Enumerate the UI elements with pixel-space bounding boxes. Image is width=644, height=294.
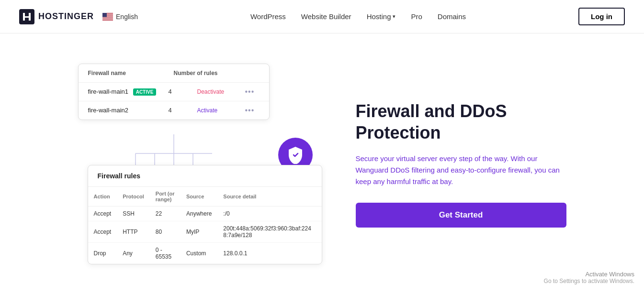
navbar: HOSTINGER English WordPress Website Buil… <box>0 0 644 33</box>
get-started-button[interactable]: Get Started <box>356 203 566 228</box>
wordpress-link[interactable]: WordPress <box>250 12 286 21</box>
shield-icon <box>287 146 304 164</box>
nav-left: HOSTINGER English <box>19 9 138 24</box>
language-selector[interactable]: English <box>102 13 138 21</box>
website-builder-link[interactable]: Website Builder <box>301 12 351 21</box>
left-illustration: Firewall name Number of rules fire-wall-… <box>78 64 327 264</box>
logo-text: HOSTINGER <box>38 11 94 22</box>
rule1-action: Accept <box>88 206 117 221</box>
watermark-subtitle: Go to Settings to activate Windows. <box>544 278 634 284</box>
rule1-protocol: SSH <box>117 206 150 221</box>
row2-menu-icon[interactable]: ••• <box>245 106 260 115</box>
rule2-port: 80 <box>150 221 181 242</box>
activate-button[interactable]: Activate <box>197 107 245 114</box>
logo-icon <box>19 9 34 24</box>
domains-link[interactable]: Domains <box>438 12 466 21</box>
fw-count-2: 4 <box>169 107 197 114</box>
rule1-source: Anywhere <box>181 206 217 221</box>
rule1-detail: :/0 <box>217 206 321 221</box>
lang-label: English <box>116 13 138 21</box>
rule1-port: 22 <box>150 206 181 221</box>
col-source: Source <box>181 187 217 207</box>
rule2-source: MyIP <box>181 221 217 242</box>
fw-col-header-rules: Number of rules <box>174 70 260 76</box>
rule2-detail: 200t:448a:5069:32f3:960:3baf:224 8:7a9e/… <box>217 221 321 242</box>
col-protocol: Protocol <box>117 187 150 207</box>
rule2-protocol: HTTP <box>117 221 150 242</box>
watermark-title: Activate Windows <box>544 271 634 278</box>
table-row: Accept SSH 22 Anywhere :/0 <box>88 206 322 221</box>
fw-count-1: 4 <box>169 88 197 95</box>
svg-rect-7 <box>102 19 113 20</box>
firewall-row-2: fire-wall-main2 4 Activate ••• <box>79 101 269 120</box>
table-row: Accept HTTP 80 MyIP 200t:448a:5069:32f3:… <box>88 221 322 242</box>
rule3-protocol: Any <box>117 242 150 264</box>
fw-card-header: Firewall name Number of rules <box>79 64 269 83</box>
nav-center: WordPress Website Builder Hosting ▾ Pro … <box>250 12 466 21</box>
col-port: Port (or range) <box>150 187 181 207</box>
hosting-chevron-icon: ▾ <box>393 13 395 20</box>
rule3-action: Drop <box>88 242 117 264</box>
firewall-row-1: fire-wall-main1 ACTIVE 4 Deactivate ••• <box>79 83 269 101</box>
hero-title: Firewall and DDoS Protection <box>356 100 566 143</box>
hosting-link[interactable]: Hosting ▾ <box>367 12 396 21</box>
row1-menu-icon[interactable]: ••• <box>245 87 260 96</box>
rule3-detail: 128.0.0.1 <box>217 242 321 264</box>
hero-panel: Firewall and DDoS Protection Secure your… <box>356 100 566 228</box>
login-button[interactable]: Log in <box>578 8 625 25</box>
firewall-table-card: Firewall name Number of rules fire-wall-… <box>78 64 270 120</box>
fw-col-header-name: Firewall name <box>88 70 174 76</box>
table-row: Drop Any 0 - 65535 Custom 128.0.0.1 <box>88 242 322 264</box>
svg-rect-6 <box>102 18 113 19</box>
rule3-source: Custom <box>181 242 217 264</box>
main-content: Firewall name Number of rules fire-wall-… <box>0 33 644 294</box>
pro-link[interactable]: Pro <box>411 12 422 21</box>
svg-rect-8 <box>102 13 107 17</box>
rule3-port: 0 - 65535 <box>150 242 181 264</box>
rules-table: Action Protocol Port (or range) Source S… <box>88 187 322 264</box>
col-source-detail: Source detail <box>217 187 321 207</box>
fw-name-1: fire-wall-main1 ACTIVE <box>88 88 169 95</box>
svg-rect-5 <box>102 17 113 17</box>
fw-name-2: fire-wall-main2 <box>88 107 169 114</box>
active-badge: ACTIVE <box>133 88 157 96</box>
deactivate-button[interactable]: Deactivate <box>197 88 245 95</box>
hero-description: Secure your virtual server every step of… <box>356 153 566 187</box>
logo: HOSTINGER <box>19 9 94 24</box>
rule2-action: Accept <box>88 221 117 242</box>
rules-card-title: Firewall rules <box>88 165 322 187</box>
nav-right: Log in <box>578 8 625 25</box>
col-action: Action <box>88 187 117 207</box>
us-flag-icon <box>102 13 113 21</box>
windows-watermark: Activate Windows Go to Settings to activ… <box>544 271 634 284</box>
firewall-rules-card: Firewall rules Action Protocol Port (or … <box>88 165 322 264</box>
